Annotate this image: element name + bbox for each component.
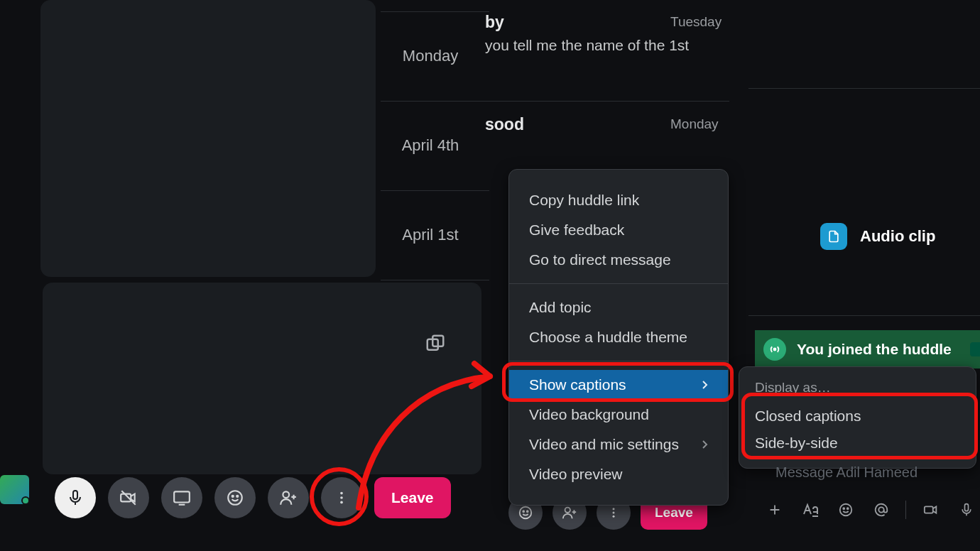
captions-submenu: Display as… Closed captions Side-by-side xyxy=(739,366,976,469)
svg-point-6 xyxy=(232,496,234,497)
menu-item-add-topic[interactable]: Add topic xyxy=(509,293,728,322)
menu-item-feedback[interactable]: Give feedback xyxy=(509,215,728,245)
submenu-item-side-by-side[interactable]: Side-by-side xyxy=(739,430,976,457)
submenu-item-closed-captions[interactable]: Closed captions xyxy=(739,403,976,430)
screen-share-button[interactable] xyxy=(161,477,202,518)
svg-point-10 xyxy=(340,496,343,499)
message-sender-fragment: sood xyxy=(485,115,524,134)
more-options-button[interactable] xyxy=(321,477,362,518)
svg-point-17 xyxy=(613,512,615,514)
user-avatar[interactable] xyxy=(0,475,29,504)
svg-point-7 xyxy=(236,496,238,497)
svg-rect-25 xyxy=(965,504,969,511)
menu-item-show-captions[interactable]: Show captions xyxy=(509,370,728,400)
svg-rect-4 xyxy=(174,491,190,502)
badge-fragment xyxy=(970,342,980,356)
audio-clip-attachment[interactable]: Audio clip xyxy=(820,219,935,253)
file-audio-icon xyxy=(820,223,847,250)
message-text: you tell me the name of the 1st xyxy=(485,37,726,54)
huddle-joined-text: You joined the huddle xyxy=(797,341,952,358)
submenu-title: Display as… xyxy=(739,376,976,403)
invite-button[interactable] xyxy=(268,477,309,518)
menu-item-label: Video and mic settings xyxy=(529,436,679,453)
date-label: April 4th xyxy=(381,101,480,190)
huddle-more-menu: Copy huddle link Give feedback Go to dir… xyxy=(508,169,729,506)
divider xyxy=(484,101,729,102)
date-label: Monday xyxy=(381,11,480,101)
svg-point-21 xyxy=(843,508,844,509)
svg-rect-2 xyxy=(73,491,77,499)
mention-button[interactable] xyxy=(871,498,892,522)
menu-item-direct-message[interactable]: Go to direct message xyxy=(509,245,728,275)
svg-point-8 xyxy=(283,491,289,498)
menu-item-video-background[interactable]: Video background xyxy=(509,400,728,430)
huddle-toolbar: Leave xyxy=(55,477,451,518)
menu-divider xyxy=(509,361,728,361)
svg-point-18 xyxy=(613,515,615,518)
divider xyxy=(381,280,489,280)
video-clip-button[interactable] xyxy=(920,498,942,522)
divider xyxy=(905,501,906,519)
menu-item-label: Show captions xyxy=(529,376,626,393)
chevron-right-icon xyxy=(701,380,708,390)
attach-button[interactable] xyxy=(764,498,785,522)
chevron-right-icon xyxy=(701,440,708,449)
format-button[interactable] xyxy=(800,498,821,522)
svg-point-13 xyxy=(523,511,524,512)
huddle-secondary-panel xyxy=(43,283,481,474)
svg-point-9 xyxy=(340,492,343,495)
emoji-button[interactable] xyxy=(214,477,256,518)
message-sender-fragment: by xyxy=(485,13,504,32)
divider xyxy=(748,315,980,316)
svg-point-20 xyxy=(839,504,851,516)
message-date: Monday xyxy=(670,116,719,132)
audio-clip-label: Audio clip xyxy=(860,227,935,246)
huddle-video-tile xyxy=(40,0,376,277)
pop-out-icon[interactable] xyxy=(421,329,450,358)
svg-point-22 xyxy=(846,508,848,509)
svg-point-12 xyxy=(520,507,532,519)
antenna-icon xyxy=(763,338,786,361)
mic-button[interactable] xyxy=(55,477,96,518)
svg-rect-24 xyxy=(925,506,933,513)
leave-button[interactable]: Leave xyxy=(374,477,451,518)
svg-point-14 xyxy=(527,511,528,512)
presence-dot xyxy=(21,496,30,505)
date-label: April 1st xyxy=(381,190,480,280)
emoji-button[interactable] xyxy=(835,498,856,522)
audio-clip-button[interactable] xyxy=(956,498,977,522)
message-composer-toolbar xyxy=(764,491,977,528)
huddle-joined-banner: You joined the huddle xyxy=(755,330,980,369)
camera-button[interactable] xyxy=(108,477,149,518)
svg-point-19 xyxy=(774,349,776,351)
menu-item-theme[interactable]: Choose a huddle theme xyxy=(509,322,728,352)
composer-placeholder: Message Adil Hameed xyxy=(775,464,918,481)
menu-item-video-mic-settings[interactable]: Video and mic settings xyxy=(509,430,728,459)
divider xyxy=(748,88,980,89)
menu-divider xyxy=(509,283,728,284)
svg-point-5 xyxy=(228,491,242,505)
svg-point-16 xyxy=(613,508,615,510)
message-date: Tuesday xyxy=(670,14,722,30)
menu-item-video-preview[interactable]: Video preview xyxy=(509,459,728,489)
svg-point-11 xyxy=(340,501,343,504)
svg-point-15 xyxy=(565,508,570,513)
svg-point-23 xyxy=(878,507,883,512)
menu-item-copy-link[interactable]: Copy huddle link xyxy=(509,185,728,215)
